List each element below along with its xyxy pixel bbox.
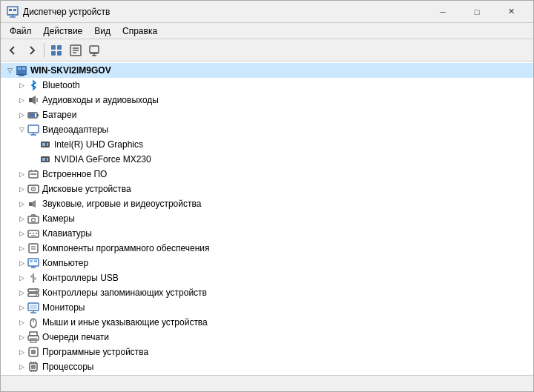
firmware-icon xyxy=(27,168,39,180)
tree-item-label: Дисковые устройства xyxy=(42,184,131,194)
tree-item-label: Компьютер xyxy=(42,258,88,268)
toolbar-sep-1 xyxy=(44,43,44,58)
tree-expander[interactable]: ▷ xyxy=(16,331,27,343)
tree-expander[interactable]: ▷ xyxy=(16,94,27,106)
tree-item-label: Клавиатуры xyxy=(42,228,92,239)
tree-item-label: Батареи xyxy=(42,110,76,120)
tree-item[interactable]: NVIDIA GeForce MX230 xyxy=(1,152,533,167)
tree-expander[interactable]: ▷ xyxy=(16,183,27,195)
menu-file[interactable]: Файл xyxy=(4,24,38,38)
tree-expander[interactable]: ▷ xyxy=(16,109,27,121)
display-icon xyxy=(27,124,39,136)
device-tree[interactable]: ▽ WIN-SKVI2IM9GOV ▷Bluetooth▷Аудиовходы … xyxy=(1,62,533,375)
tree-item-label: Intel(R) UHD Graphics xyxy=(54,139,143,150)
camera-icon xyxy=(27,213,39,225)
tree-item[interactable]: ▷Компьютер xyxy=(1,256,533,270)
tree-item-label: Мониторы xyxy=(42,302,85,313)
svg-rect-43 xyxy=(30,173,36,175)
show-all-button[interactable] xyxy=(47,41,65,59)
tree-item[interactable]: ▷Батареи xyxy=(1,107,533,122)
menu-view[interactable]: Вид xyxy=(88,24,116,38)
tree-expander xyxy=(27,153,39,165)
svg-rect-42 xyxy=(35,170,36,172)
tree-item-label: Контроллеры USB xyxy=(42,273,119,283)
svg-rect-79 xyxy=(28,336,39,340)
close-button[interactable]: ✕ xyxy=(495,1,527,22)
svg-point-70 xyxy=(36,290,37,291)
svg-rect-29 xyxy=(37,114,39,116)
monitor-icon xyxy=(27,302,39,313)
status-bar xyxy=(1,375,533,391)
update-button[interactable] xyxy=(86,41,104,59)
svg-rect-60 xyxy=(30,260,33,262)
svg-rect-36 xyxy=(47,143,48,146)
svg-marker-48 xyxy=(32,200,36,207)
minimize-button[interactable]: ─ xyxy=(426,1,459,22)
tree-item[interactable]: ▽Видеоадаптеры xyxy=(1,122,533,137)
title-bar: Диспетчер устройств ─ □ ✕ xyxy=(1,1,533,23)
svg-rect-6 xyxy=(51,45,56,50)
root-expander[interactable]: ▽ xyxy=(4,64,16,76)
tree-expander[interactable]: ▷ xyxy=(16,272,27,284)
tree-expander[interactable]: ▷ xyxy=(16,168,27,180)
tree-expander[interactable]: ▷ xyxy=(16,242,27,254)
svg-rect-19 xyxy=(18,67,21,70)
tree-item[interactable]: ▷Камеры xyxy=(1,211,533,226)
tree-expander[interactable]: ▷ xyxy=(16,302,27,313)
tree-expander[interactable]: ▷ xyxy=(16,198,27,210)
tree-item[interactable]: ▷Звуковые, игровые и видеоустройства xyxy=(1,196,533,211)
svg-rect-47 xyxy=(29,202,32,206)
audio-icon xyxy=(27,94,39,106)
tree-root[interactable]: ▽ WIN-SKVI2IM9GOV xyxy=(1,63,533,78)
tree-item[interactable]: ▷Процессоры xyxy=(1,359,533,374)
tree-item[interactable]: ▷Контроллеры запоминающих устройств xyxy=(1,285,533,300)
tree-item-label: Программные устройства xyxy=(42,347,148,357)
software-icon xyxy=(27,242,39,254)
sound-icon xyxy=(27,198,39,210)
svg-rect-73 xyxy=(30,305,37,309)
tree-item[interactable]: Intel(R) UHD Graphics xyxy=(1,137,533,152)
tree-expander xyxy=(27,139,39,150)
tree-item[interactable]: ▷Встроенное ПО xyxy=(1,167,533,182)
svg-rect-38 xyxy=(42,158,45,161)
svg-rect-8 xyxy=(51,51,56,56)
window-icon xyxy=(7,6,19,18)
tree-expander[interactable]: ▷ xyxy=(16,287,27,299)
tree-expander[interactable]: ▽ xyxy=(16,124,27,136)
back-button[interactable] xyxy=(4,41,22,59)
usb-icon xyxy=(27,272,39,284)
svg-marker-26 xyxy=(32,96,36,104)
tree-expander[interactable]: ▷ xyxy=(16,227,27,239)
svg-rect-30 xyxy=(29,113,35,117)
tree-item[interactable]: ▷Мыши и иные указывающие устройства xyxy=(1,315,533,330)
forward-button[interactable] xyxy=(23,41,41,59)
menu-bar: Файл Действие Вид Справка xyxy=(1,23,533,39)
menu-action[interactable]: Действие xyxy=(38,24,89,38)
svg-rect-25 xyxy=(29,98,32,102)
computer2-icon xyxy=(27,257,39,269)
tree-item[interactable]: ▷Bluetooth xyxy=(1,78,533,93)
tree-item[interactable]: ▷Контроллеры USB xyxy=(1,270,533,285)
tree-item[interactable]: ▷Аудиовходы и аудиовыходы xyxy=(1,93,533,107)
tree-item-label: Мыши и иные указывающие устройства xyxy=(42,317,208,328)
tree-expander[interactable]: ▷ xyxy=(16,79,27,91)
tree-expander[interactable]: ▷ xyxy=(16,316,27,328)
tree-item[interactable]: ▷Компоненты программного обеспечения xyxy=(1,241,533,256)
tree-expander[interactable]: ▷ xyxy=(16,361,27,373)
tree-item-label: Видеоадаптеры xyxy=(42,124,108,135)
tree-item[interactable]: ▷Программные устройства xyxy=(1,345,533,359)
tree-item[interactable]: ▷Дисковые устройства xyxy=(1,182,533,196)
tree-item[interactable]: ▷Очереди печати xyxy=(1,330,533,345)
maximize-button[interactable]: □ xyxy=(461,1,493,22)
tree-item[interactable]: ▷Мониторы xyxy=(1,300,533,315)
svg-point-71 xyxy=(36,294,37,296)
proc-icon xyxy=(27,361,39,373)
disk-icon xyxy=(27,183,39,195)
storage-icon xyxy=(27,287,39,299)
tree-item[interactable]: ▷Клавиатуры xyxy=(1,226,533,241)
properties-button[interactable] xyxy=(67,41,85,59)
tree-expander[interactable]: ▷ xyxy=(16,257,27,269)
tree-expander[interactable]: ▷ xyxy=(16,213,27,225)
tree-expander[interactable]: ▷ xyxy=(16,346,27,358)
menu-help[interactable]: Справка xyxy=(116,24,163,38)
